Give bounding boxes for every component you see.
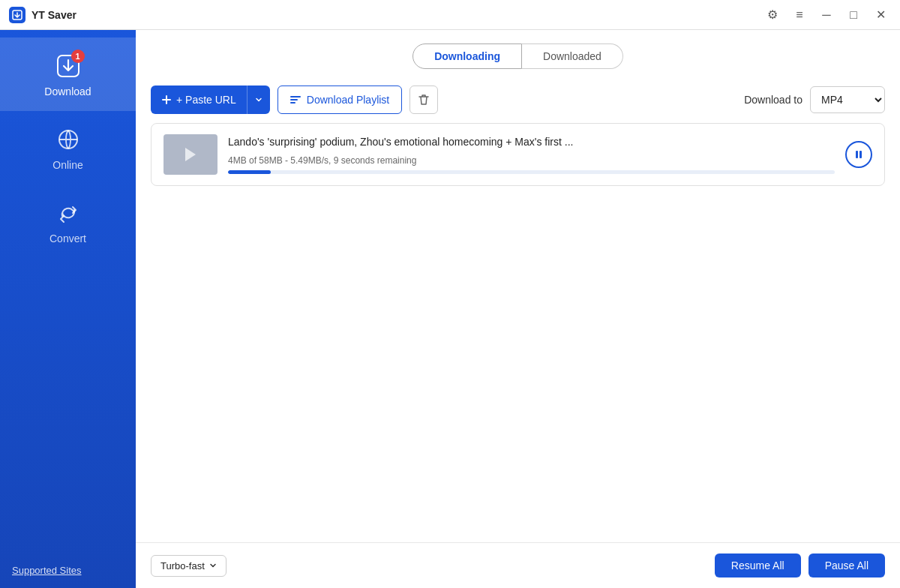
convert-icon [53, 198, 83, 228]
tab-downloaded[interactable]: Downloaded [522, 44, 623, 69]
resume-all-button[interactable]: Resume All [715, 554, 801, 578]
svg-rect-4 [290, 99, 298, 100]
tab-downloading[interactable]: Downloading [412, 44, 522, 69]
bottom-bar: Turbo-fast Resume All Pause All [136, 542, 900, 588]
sidebar: 1 Download Online [0, 30, 136, 588]
window-controls: ⚙ ≡ ─ □ ✕ [762, 4, 891, 26]
sidebar-item-online[interactable]: Online [0, 111, 136, 184]
sidebar-bottom: Supported Sites [0, 553, 136, 588]
online-icon [53, 124, 83, 154]
app-body: 1 Download Online [0, 30, 900, 588]
table-row: Lando's 'surprising' podium, Zhou's emot… [151, 123, 885, 186]
sidebar-item-download[interactable]: 1 Download [0, 38, 136, 111]
main-content: Downloading Downloaded + Paste URL Downl… [136, 30, 900, 588]
sidebar-item-convert[interactable]: Convert [0, 184, 136, 258]
format-select[interactable]: MP4 MP3 AVI MOV MKV [810, 86, 885, 113]
minimize-button[interactable]: ─ [816, 4, 837, 26]
progress-bar-fill [228, 170, 271, 174]
sidebar-online-label: Online [52, 159, 82, 171]
progress-info: 4MB of 58MB - 5.49MB/s, 9 seconds remain… [228, 155, 835, 166]
svg-rect-5 [290, 102, 296, 104]
progress-text: 4MB of 58MB - 5.49MB/s, 9 seconds remain… [228, 155, 416, 166]
paste-url-dropdown-arrow[interactable] [248, 86, 270, 114]
app-title: YT Saver [32, 9, 762, 21]
sidebar-convert-label: Convert [50, 232, 86, 244]
toolbar: + Paste URL Download Playlist Download t… [136, 76, 900, 123]
svg-rect-6 [856, 151, 858, 158]
paste-url-button[interactable]: + Paste URL [151, 86, 270, 114]
download-to-label: Download to [744, 94, 802, 106]
pause-all-button[interactable]: Pause All [808, 554, 885, 578]
title-bar: YT Saver ⚙ ≡ ─ □ ✕ [0, 0, 900, 30]
download-playlist-button[interactable]: Download Playlist [278, 86, 403, 114]
video-title: Lando's 'surprising' podium, Zhou's emot… [228, 136, 835, 148]
speed-select[interactable]: Turbo-fast [151, 555, 226, 577]
close-button[interactable]: ✕ [870, 4, 891, 26]
menu-button[interactable]: ≡ [789, 4, 810, 26]
clear-button[interactable] [410, 86, 438, 114]
download-list: Lando's 'surprising' podium, Zhou's emot… [136, 123, 900, 542]
maximize-button[interactable]: □ [843, 4, 864, 26]
progress-bar-background [228, 170, 835, 174]
download-badge: 1 [71, 50, 85, 63]
settings-button[interactable]: ⚙ [762, 4, 783, 26]
tab-bar: Downloading Downloaded [136, 30, 900, 76]
pause-button[interactable] [845, 141, 872, 168]
supported-sites-link[interactable]: Supported Sites [12, 565, 124, 576]
svg-rect-7 [860, 151, 862, 158]
app-logo [9, 7, 26, 23]
paste-url-label: + Paste URL [176, 94, 236, 106]
download-playlist-label: Download Playlist [307, 94, 390, 106]
sidebar-download-label: Download [44, 86, 91, 98]
speed-label: Turbo-fast [160, 560, 205, 572]
video-thumbnail [164, 134, 218, 175]
svg-rect-3 [290, 96, 301, 98]
paste-url-main: + Paste URL [151, 86, 248, 114]
download-info: Lando's 'surprising' podium, Zhou's emot… [228, 136, 835, 174]
download-icon: 1 [53, 51, 83, 81]
bottom-actions: Resume All Pause All [715, 554, 885, 578]
